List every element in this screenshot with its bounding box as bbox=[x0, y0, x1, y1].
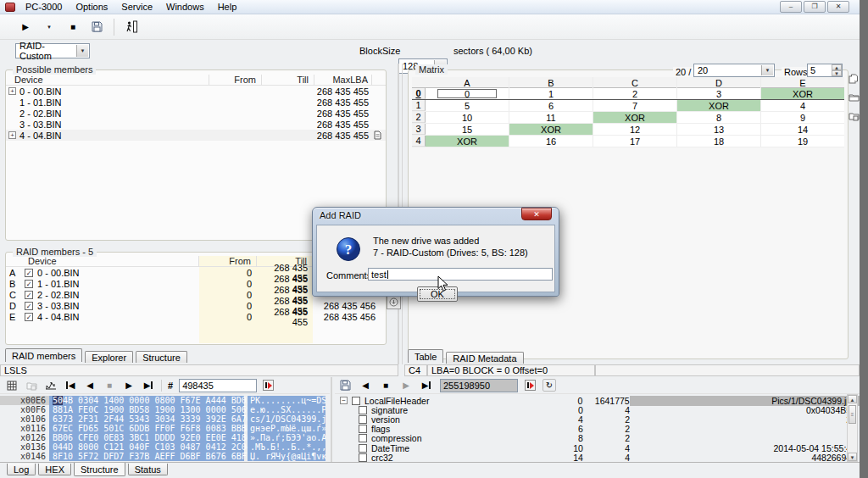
checkbox-unchecked[interactable] bbox=[359, 453, 367, 462]
matrix-cell[interactable]: 10 bbox=[426, 112, 509, 123]
hex-dump[interactable]: x00E6 504B 0304 1400 0000 0800 F67E A444… bbox=[0, 394, 330, 461]
hex-row[interactable]: x00F6 881A FE0C 1900 BD58 1900 1300 0000… bbox=[0, 405, 330, 414]
raid-type-select[interactable]: RAID-Custom ▼ bbox=[15, 43, 90, 58]
tab-structure-bottom[interactable]: Structure bbox=[74, 463, 125, 476]
table-row[interactable]: 3 - 03.BIN 268 435 455 bbox=[6, 119, 386, 130]
matrix-cell[interactable]: 4 bbox=[761, 100, 844, 111]
stop-scan-button[interactable]: ■ bbox=[379, 378, 392, 393]
copy-matrix-button[interactable] bbox=[849, 73, 860, 84]
hex-row[interactable]: x0126 BB06 CFE0 0E83 3BC1 DDDD 92E0 EE0E… bbox=[0, 433, 330, 442]
tab-raid-members[interactable]: RAID members bbox=[5, 348, 82, 362]
menu-pc3000[interactable]: PC-3000 bbox=[19, 1, 69, 13]
refresh-button[interactable]: ↻ bbox=[542, 379, 556, 392]
checkbox-unchecked[interactable] bbox=[359, 425, 367, 433]
stop-read-button[interactable]: ■ bbox=[103, 378, 116, 393]
structure-sector-input[interactable]: 255198950 bbox=[440, 379, 518, 392]
save-matrix-button[interactable] bbox=[849, 110, 860, 121]
matrix-cell[interactable]: 6 bbox=[509, 100, 593, 111]
hex-row[interactable]: x0146 8F10 5F72 DFD7 F37B AEFF D6BF B676… bbox=[0, 452, 330, 461]
tab-table[interactable]: Table bbox=[408, 349, 443, 363]
menu-windows[interactable]: Windows bbox=[159, 1, 211, 13]
hex-row[interactable]: x0116 67EC FD65 501C 6DDB FF0F F6F8 0083… bbox=[0, 424, 330, 433]
matrix-cell[interactable]: 5 bbox=[426, 100, 509, 111]
next-sector-button[interactable]: ▶ bbox=[122, 378, 136, 393]
checkbox-checked[interactable]: ✓ bbox=[25, 302, 33, 310]
stop-button[interactable]: ■ bbox=[66, 19, 80, 35]
col-maxlba[interactable]: MaxLBA bbox=[332, 75, 368, 85]
matrix-cell[interactable]: 3 bbox=[677, 88, 761, 99]
matrix-cell[interactable]: 18 bbox=[677, 136, 761, 147]
matrix-cell[interactable]: 16 bbox=[509, 136, 593, 147]
tab-raid-metadata[interactable]: RAID Metadata bbox=[446, 352, 523, 364]
hex-sector-input[interactable]: 498435 bbox=[179, 379, 257, 392]
rows-spinner[interactable]: 5 ▲ ▼ bbox=[807, 64, 843, 77]
matrix-cell-xor[interactable]: XOR bbox=[509, 124, 593, 135]
matrix-cell[interactable]: 19 bbox=[761, 136, 844, 147]
start-button[interactable]: ▶ bbox=[19, 19, 32, 35]
menu-service[interactable]: Service bbox=[114, 1, 159, 13]
matrix-cell[interactable]: 8 bbox=[677, 112, 761, 123]
col-till[interactable]: Till bbox=[297, 75, 309, 85]
raid-member-row[interactable]: E ✓4 - 04.BIN 0 268 435 455 268 435 456 bbox=[6, 311, 386, 322]
tab-explorer[interactable]: Explorer bbox=[85, 351, 133, 363]
hex-grid-button[interactable] bbox=[5, 378, 19, 393]
scrollbar-thumb[interactable]: ≡ bbox=[849, 405, 856, 424]
expand-minus-icon[interactable]: − bbox=[340, 397, 348, 404]
raid-member-row[interactable]: D ✓3 - 03.BIN 0 268 435 455 268 435 456 bbox=[6, 300, 386, 311]
expand-plus-icon[interactable]: + bbox=[8, 131, 16, 139]
chevron-down-icon[interactable]: ▼ bbox=[76, 45, 88, 57]
scroll-down-icon[interactable]: ▼ bbox=[848, 453, 857, 461]
matrix-cell[interactable]: 11 bbox=[509, 112, 593, 123]
first-sector-button[interactable]: ◀ bbox=[64, 378, 77, 393]
tree-scrollbar[interactable]: ▲ ≡ ▼ bbox=[847, 394, 858, 462]
matrix-cell[interactable]: 2 bbox=[593, 88, 677, 99]
matrix-cell-xor[interactable]: XOR bbox=[593, 112, 677, 123]
matrix-col-E[interactable]: E bbox=[761, 77, 844, 88]
hex-go-button[interactable] bbox=[263, 380, 274, 391]
checkbox-unchecked[interactable] bbox=[352, 397, 360, 405]
table-row[interactable]: +0 - 00.BIN 268 435 455 bbox=[6, 86, 386, 97]
structure-row[interactable]: − LocalFileHeader 0 1641775 Pics/1/DSC04… bbox=[335, 396, 860, 405]
matrix-col-D[interactable]: D bbox=[677, 77, 761, 88]
next-object-button[interactable]: ▶ bbox=[399, 378, 413, 393]
matrix-cell-xor[interactable]: XOR bbox=[677, 100, 761, 111]
scroll-up-icon[interactable]: ▲ bbox=[848, 395, 857, 403]
matrix-cell[interactable]: 17 bbox=[593, 136, 677, 147]
last-object-button[interactable]: ▶ bbox=[420, 378, 433, 393]
checkbox-unchecked[interactable] bbox=[359, 415, 367, 424]
matrix-cell[interactable]: 1 bbox=[509, 88, 593, 99]
structure-row[interactable]: crc32 14 4 448266941 bbox=[335, 453, 860, 462]
checkbox-checked[interactable]: ✓ bbox=[25, 280, 33, 288]
tab-status[interactable]: Status bbox=[128, 464, 168, 475]
last-sector-button[interactable]: ▶ bbox=[142, 378, 155, 393]
matrix-row-label[interactable]: 2 bbox=[412, 112, 426, 123]
col-device[interactable]: Device bbox=[14, 75, 43, 85]
hex-row[interactable]: x0106 6373 2F31 2F44 5343 3034 3339 392E… bbox=[0, 414, 330, 424]
matrix-pattern-select[interactable]: 20 ▼ bbox=[693, 64, 775, 77]
save-button[interactable] bbox=[90, 19, 103, 35]
checkbox-unchecked[interactable] bbox=[359, 406, 367, 414]
menu-options[interactable]: Options bbox=[69, 1, 114, 13]
matrix-cell[interactable]: 9 bbox=[761, 112, 844, 123]
matrix-cell[interactable]: 13 bbox=[677, 124, 761, 135]
start-options-dropdown[interactable]: ▼ bbox=[42, 19, 56, 35]
checkbox-unchecked[interactable] bbox=[359, 444, 367, 453]
comments-input[interactable]: test bbox=[368, 268, 553, 281]
checkbox-checked[interactable]: ✓ bbox=[25, 313, 33, 321]
structure-save-button[interactable] bbox=[338, 378, 352, 393]
hex-cursor[interactable]: 50 bbox=[53, 396, 63, 405]
structure-go-button[interactable] bbox=[525, 380, 536, 391]
matrix-row-label[interactable]: 3 bbox=[412, 124, 426, 135]
col-from[interactable]: From bbox=[234, 75, 256, 85]
structure-row[interactable]: DateTime 10 4 2014-05-04 15:55:44 bbox=[335, 443, 860, 453]
matrix-row-label[interactable]: 4 bbox=[412, 136, 426, 147]
spin-down-icon[interactable]: ▼ bbox=[832, 70, 842, 76]
chevron-down-icon[interactable]: ▼ bbox=[761, 65, 773, 75]
tab-structure[interactable]: Structure bbox=[136, 351, 187, 363]
restore-button[interactable]: ❐ bbox=[804, 1, 826, 13]
insert-row-button[interactable] bbox=[387, 295, 401, 309]
matrix-cell[interactable]: 15 bbox=[426, 124, 509, 135]
structure-row[interactable]: signature 0 4 0x04034B50 bbox=[335, 405, 860, 414]
bottom-splitter[interactable] bbox=[331, 377, 332, 462]
matrix-cell[interactable]: 0 bbox=[426, 88, 509, 99]
